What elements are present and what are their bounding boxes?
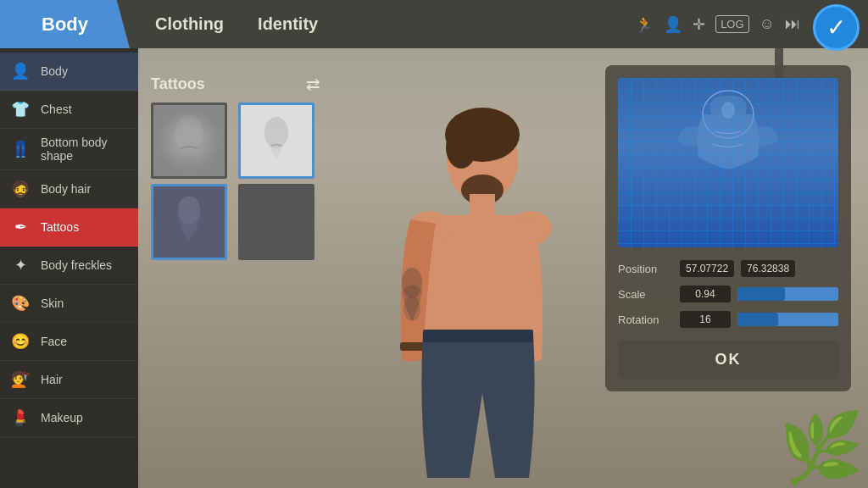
sidebar-item-chest[interactable]: 👕 Chest [0,91,138,129]
scale-label: Scale [618,288,673,301]
svg-rect-11 [153,105,225,176]
body-icon: 👤 [8,59,32,83]
sidebar-label-body-hair: Body hair [41,182,91,196]
svg-point-12 [175,115,203,150]
rotation-value[interactable]: 16 [680,311,731,328]
plant-decoration: 🌿 [779,408,864,488]
svg-rect-10 [423,330,533,342]
tattoo-thumb-2 [241,105,312,176]
confirm-button[interactable]: ✓ [813,4,860,51]
character-svg [351,97,605,488]
rotation-slider[interactable] [737,313,838,326]
tattoo-thumb-1 [153,105,225,176]
sidebar-item-hair[interactable]: 💇 Hair [0,361,138,399]
skin-icon: 🎨 [8,291,32,315]
nav-icon-group: 🏃 👤 ✛ LOG ☺ ⏭ [635,15,800,34]
move-icon[interactable]: ✛ [693,15,705,34]
chest-icon: 👕 [8,97,32,121]
svg-rect-18 [241,186,312,258]
tattoo-item-1[interactable] [151,103,227,179]
svg-point-13 [181,151,198,169]
sidebar-item-body-hair[interactable]: 🧔 Body hair [0,170,138,208]
tattoo-panel: Tattoos ⇄ [151,74,320,260]
right-panel: Position 57.07722 76.32838 Scale 0.94 Ro… [605,65,851,391]
position-value-x[interactable]: 57.07722 [680,260,734,277]
identity-nav-button[interactable]: Identity [241,14,335,34]
next-icon[interactable]: ⏭ [785,15,800,33]
rotation-control-row: Rotation 16 [618,311,838,328]
sidebar-label-tattoos: Tattoos [41,220,79,234]
ok-button[interactable]: OK [618,341,838,379]
tattoo-item-4[interactable] [238,184,314,260]
tattoos-icon: ✒ [8,215,32,239]
sidebar-item-body[interactable]: 👤 Body [0,53,138,91]
position-control-row: Position 57.07722 76.32838 [618,260,838,277]
sidebar-label-bottom-body-shape: Bottom body shape [41,136,130,163]
tattoo-panel-title: Tattoos [151,75,205,93]
face-smile-icon[interactable]: ☺ [760,15,775,33]
main-area: Tattoos ⇄ [138,48,868,488]
svg-rect-9 [400,342,426,351]
sidebar-label-body: Body [41,64,68,78]
sidebar-label-hair: Hair [41,373,63,386]
figure-icon[interactable]: 👤 [664,15,682,34]
body-nav-button[interactable]: Body [0,0,130,48]
preview-tattoo-image [677,89,779,236]
scale-control-row: Scale 0.94 [618,286,838,302]
svg-point-20 [721,102,735,119]
sidebar-item-tattoos[interactable]: ✒ Tattoos [0,208,138,247]
shuffle-button[interactable]: ⇄ [306,74,320,94]
sidebar-label-makeup: Makeup [41,411,83,424]
tattoo-grid [151,103,320,260]
sidebar-label-chest: Chest [41,103,72,116]
sidebar-item-body-freckles[interactable]: ✦ Body freckles [0,247,138,285]
body-figure-icon[interactable]: 🏃 [635,15,654,34]
sidebar-label-body-freckles: Body freckles [41,258,112,272]
bottom-body-shape-icon: 👖 [8,137,32,161]
sidebar-item-face[interactable]: 😊 Face [0,323,138,361]
tattoo-item-2[interactable] [238,103,314,179]
position-value-y[interactable]: 76.32838 [741,260,795,277]
rotation-slider-fill [737,313,778,326]
svg-point-2 [446,126,476,169]
tattoo-thumb-4 [241,186,312,258]
scale-slider-fill [737,287,785,301]
log-button[interactable]: LOG [715,15,748,33]
position-label: Position [618,263,673,275]
scale-value[interactable]: 0.94 [680,286,731,302]
sidebar-label-skin: Skin [41,297,64,310]
top-navigation: Body Clothing Identity 🏃 👤 ✛ LOG ☺ ⏭ ✓ [0,0,868,48]
body-freckles-icon: ✦ [8,253,32,277]
sidebar-item-bottom-body-shape[interactable]: 👖 Bottom body shape [0,129,138,170]
tattoo-item-3[interactable] [151,184,227,260]
sidebar-label-face: Face [41,335,67,348]
body-hair-icon: 🧔 [8,177,32,201]
tattoo-thumb-3 [153,186,225,258]
sidebar-item-skin[interactable]: 🎨 Skin [0,285,138,323]
tattoo-preview [618,78,838,247]
face-icon: 😊 [8,330,32,353]
character-display [351,97,605,488]
hair-icon: 💇 [8,368,32,391]
sidebar-item-makeup[interactable]: 💄 Makeup [0,399,138,437]
scale-slider[interactable] [737,287,838,301]
clothing-nav-button[interactable]: Clothing [130,14,241,34]
rotation-label: Rotation [618,313,673,326]
makeup-icon: 💄 [8,406,32,430]
tattoo-header: Tattoos ⇄ [151,74,320,94]
sidebar: 👤 Body 👕 Chest 👖 Bottom body shape 🧔 Bod… [0,48,138,488]
